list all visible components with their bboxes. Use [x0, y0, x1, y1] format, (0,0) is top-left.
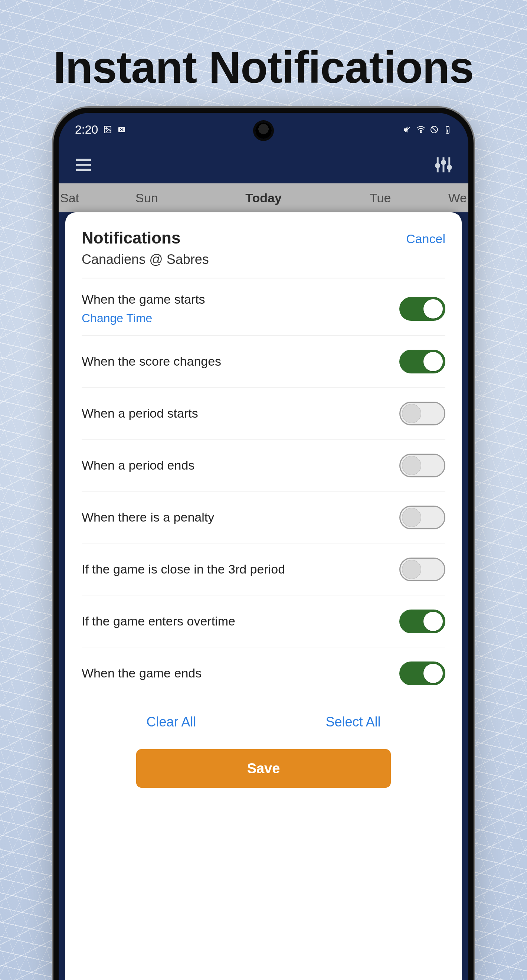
option-label: When the game startsChange Time: [82, 291, 205, 326]
phone-screen: 2:20: [59, 113, 468, 980]
battery-icon: [443, 125, 452, 134]
settings-sliders-icon[interactable]: [433, 155, 454, 175]
notifications-sheet: Notifications Canadiens @ Sabres Cancel …: [65, 212, 462, 980]
option-row: If the game enters overtime: [82, 595, 445, 648]
toggle-knob: [424, 664, 443, 683]
option-toggle[interactable]: [399, 350, 445, 374]
day-tabs: SatSunTodayTueWe: [59, 183, 468, 212]
option-toggle[interactable]: [399, 609, 445, 633]
do-not-disturb-icon: [430, 125, 439, 134]
svg-rect-7: [447, 130, 448, 132]
cancel-button[interactable]: Cancel: [406, 232, 445, 246]
sheet-title: Notifications: [82, 229, 209, 247]
card-close-icon: [117, 125, 126, 134]
clear-all-button[interactable]: Clear All: [139, 710, 203, 734]
day-tab-tue[interactable]: Tue: [322, 191, 439, 205]
toggle-knob: [402, 560, 421, 579]
svg-point-8: [436, 164, 440, 167]
select-all-button[interactable]: Select All: [318, 710, 388, 734]
option-row: When there is a penalty: [82, 492, 445, 544]
option-toggle[interactable]: [399, 506, 445, 529]
day-tab-sat[interactable]: Sat: [59, 191, 88, 205]
svg-rect-6: [447, 126, 448, 127]
phone-mockup: 2:20: [54, 108, 473, 980]
app-header: [59, 146, 468, 183]
svg-point-9: [442, 161, 445, 164]
svg-point-1: [106, 128, 107, 129]
svg-rect-0: [104, 126, 111, 133]
option-label: When a period starts: [82, 405, 198, 422]
toggle-knob: [402, 456, 421, 475]
option-row: When a period starts: [82, 388, 445, 439]
option-label: When the game ends: [82, 665, 202, 682]
option-label: When there is a penalty: [82, 509, 214, 526]
day-tab-we[interactable]: We: [439, 191, 468, 205]
divider: [82, 278, 445, 278]
status-bar: 2:20: [59, 113, 468, 146]
option-row: When the game startsChange Time: [82, 282, 445, 336]
option-label: When the score changes: [82, 353, 221, 370]
day-tab-today[interactable]: Today: [205, 191, 322, 205]
option-toggle[interactable]: [399, 402, 445, 425]
toggle-knob: [424, 299, 443, 318]
toggle-knob: [424, 352, 443, 371]
option-label: If the game enters overtime: [82, 613, 235, 630]
svg-point-10: [448, 165, 451, 169]
option-label: If the game is close in the 3rd period: [82, 561, 285, 578]
option-row: If the game is close in the 3rd period: [82, 544, 445, 595]
day-tab-sun[interactable]: Sun: [88, 191, 205, 205]
save-button[interactable]: Save: [136, 749, 391, 788]
toggle-knob: [402, 404, 421, 423]
option-toggle[interactable]: [399, 453, 445, 477]
svg-point-3: [420, 131, 421, 132]
option-row: When the game ends: [82, 648, 445, 699]
toggle-knob: [402, 508, 421, 527]
hamburger-menu-icon[interactable]: [73, 155, 94, 175]
option-toggle[interactable]: [399, 662, 445, 685]
option-row: When a period ends: [82, 439, 445, 492]
option-toggle[interactable]: [399, 297, 445, 321]
toggle-knob: [424, 612, 443, 631]
options-list: When the game startsChange TimeWhen the …: [82, 282, 445, 699]
status-time: 2:20: [75, 123, 98, 137]
option-row: When the score changes: [82, 336, 445, 388]
sheet-subtitle: Canadiens @ Sabres: [82, 252, 209, 267]
mute-icon: [403, 125, 412, 134]
option-label: When a period ends: [82, 457, 194, 474]
option-toggle[interactable]: [399, 558, 445, 581]
image-icon: [103, 125, 112, 134]
change-time-link[interactable]: Change Time: [82, 310, 205, 326]
promo-headline: Instant Notifications: [0, 41, 527, 93]
wifi-icon: [416, 125, 425, 134]
